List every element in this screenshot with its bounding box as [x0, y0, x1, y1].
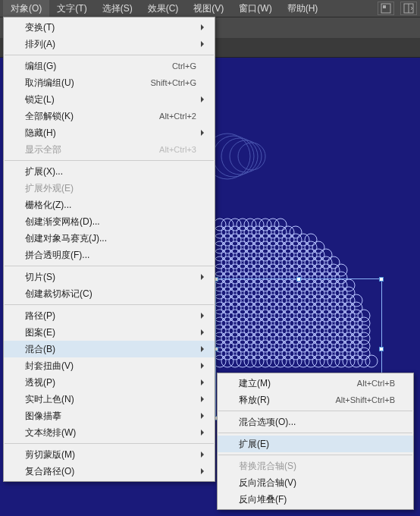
object-menu-item-13[interactable]: 创建渐变网格(D)... — [4, 213, 215, 230]
menu-window[interactable]: 窗口(W) — [231, 0, 279, 17]
menu-view[interactable]: 视图(V) — [186, 0, 231, 17]
menu-effect[interactable]: 效果(C) — [140, 0, 186, 17]
menu-item-label: 切片(S) — [25, 271, 196, 284]
svg-point-256 — [328, 264, 340, 276]
menu-type[interactable]: 文字(T) — [49, 0, 94, 17]
svg-point-170 — [221, 294, 234, 307]
svg-point-309 — [259, 234, 271, 246]
svg-point-143 — [312, 310, 324, 322]
menu-separator — [5, 55, 214, 55]
svg-point-176 — [267, 294, 279, 307]
svg-point-33 — [237, 348, 249, 360]
blend-menu-item-8[interactable]: 反向混合轴(V) — [218, 474, 413, 491]
svg-point-84 — [320, 332, 332, 345]
svg-point-150 — [214, 302, 226, 314]
blend-menu-item-0[interactable]: 建立(M)Alt+Ctrl+B — [218, 375, 413, 392]
svg-point-224 — [214, 272, 226, 284]
object-menu-item-29[interactable]: 剪切蒙版(M) — [4, 446, 215, 463]
object-menu-item-12[interactable]: 栅格化(Z)... — [4, 197, 215, 213]
svg-point-198 — [290, 287, 302, 299]
object-menu-item-24[interactable]: 透视(P) — [4, 374, 215, 391]
svg-point-242 — [221, 264, 234, 276]
blend-menu-item-3[interactable]: 混合选项(O)... — [218, 414, 413, 430]
svg-point-329 — [229, 219, 241, 231]
svg-point-39 — [282, 348, 294, 360]
svg-point-237 — [312, 272, 324, 284]
svg-point-42 — [305, 348, 317, 360]
svg-point-264 — [259, 256, 271, 269]
svg-point-287 — [312, 249, 324, 261]
svg-point-299 — [290, 241, 302, 253]
object-menu-item-3[interactable]: 编组(G)Ctrl+G — [4, 58, 215, 74]
svg-point-126 — [335, 317, 347, 329]
workspace-icon[interactable] — [378, 2, 394, 15]
object-menu-item-26[interactable]: 图像描摹 — [4, 407, 215, 424]
svg-point-157 — [267, 302, 279, 314]
object-menu-item-10[interactable]: 扩展(X)... — [4, 163, 215, 180]
menu-item-label: 取消编组(U) — [25, 77, 150, 90]
svg-point-244 — [237, 264, 249, 276]
svg-point-218 — [305, 279, 317, 291]
svg-point-164 — [320, 302, 332, 314]
svg-point-155 — [252, 302, 264, 314]
menu-item-label: 排列(A) — [25, 38, 196, 51]
svg-point-307 — [244, 234, 256, 246]
object-menu-item-14[interactable]: 创建对象马赛克(J)... — [4, 230, 215, 247]
svg-point-195 — [267, 287, 279, 299]
svg-point-90 — [214, 325, 226, 337]
object-menu-item-17[interactable]: 切片(S) — [4, 269, 215, 285]
object-menu-item-5[interactable]: 锁定(L) — [4, 91, 215, 108]
blend-menu-item-5[interactable]: 扩展(E) — [218, 436, 413, 452]
menu-select[interactable]: 选择(S) — [95, 0, 140, 17]
menu-item-label: 替换混合轴(S) — [239, 460, 395, 473]
svg-point-129 — [358, 317, 370, 329]
menu-item-label: 释放(R) — [239, 394, 335, 407]
blend-menu-item-1[interactable]: 释放(R)Alt+Shift+Ctrl+B — [218, 392, 413, 408]
object-menu-item-20[interactable]: 路径(P) — [4, 307, 215, 324]
object-menu-item-21[interactable]: 图案(E) — [4, 324, 215, 341]
svg-point-145 — [328, 310, 340, 322]
object-menu-item-18[interactable]: 创建裁切标记(C) — [4, 285, 215, 302]
object-menu-item-0[interactable]: 变换(T) — [4, 19, 215, 36]
svg-point-9 — [214, 355, 226, 367]
svg-point-194 — [259, 287, 271, 299]
svg-point-6 — [221, 138, 258, 175]
layout-icon[interactable] — [400, 2, 417, 15]
object-menu-item-30[interactable]: 复合路径(O) — [4, 463, 215, 480]
menu-object[interactable]: 对象(O) — [3, 0, 49, 17]
menu-help[interactable]: 帮助(H) — [280, 0, 326, 17]
svg-point-326 — [290, 226, 302, 238]
svg-point-229 — [252, 272, 264, 284]
object-menu-item-25[interactable]: 实时上色(N) — [4, 391, 215, 407]
svg-point-45 — [328, 348, 340, 360]
object-menu-item-27[interactable]: 文本绕排(W) — [4, 424, 215, 441]
svg-point-197 — [282, 287, 294, 299]
menu-item-label: 图像描摹 — [25, 410, 196, 423]
svg-point-211 — [252, 279, 264, 291]
svg-point-285 — [297, 249, 309, 261]
object-menu-item-23[interactable]: 封套扭曲(V) — [4, 357, 215, 374]
blend-menu-item-9[interactable]: 反向堆叠(F) — [218, 491, 413, 508]
svg-point-83 — [312, 332, 324, 345]
svg-point-5 — [213, 136, 254, 177]
svg-point-328 — [221, 219, 234, 231]
svg-point-102 — [305, 325, 317, 337]
object-menu-item-1[interactable]: 排列(A) — [4, 36, 215, 52]
svg-point-269 — [297, 256, 309, 269]
svg-point-24 — [328, 355, 340, 367]
svg-point-130 — [214, 310, 226, 322]
object-menu-item-4[interactable]: 取消编组(U)Shift+Ctrl+G — [4, 74, 215, 91]
svg-point-88 — [350, 332, 362, 345]
object-menu-item-15[interactable]: 拼合透明度(F)... — [4, 247, 215, 263]
object-menu-item-22[interactable]: 混合(B) — [4, 341, 215, 357]
svg-point-137 — [267, 310, 279, 322]
svg-point-241 — [214, 264, 226, 276]
object-menu-item-7[interactable]: 隐藏(H) — [4, 124, 215, 141]
svg-point-277 — [237, 249, 249, 261]
svg-point-109 — [358, 325, 370, 337]
svg-point-7 — [230, 140, 262, 172]
svg-point-49 — [358, 348, 370, 360]
svg-point-245 — [244, 264, 256, 276]
menu-item-label: 锁定(L) — [25, 93, 196, 106]
object-menu-item-6[interactable]: 全部解锁(K)Alt+Ctrl+2 — [4, 108, 215, 124]
